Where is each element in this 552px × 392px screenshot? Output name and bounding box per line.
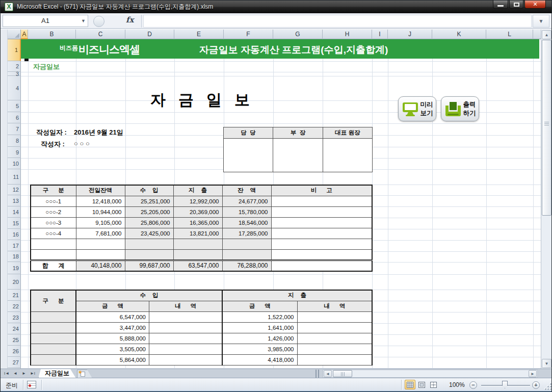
detail-header-expense-desc[interactable]: 내 역: [297, 301, 372, 311]
zoom-level[interactable]: 100%: [449, 381, 465, 388]
detail-expense-desc[interactable]: [297, 333, 372, 344]
summary-expense[interactable]: 16,365,000: [173, 217, 222, 228]
select-all-corner[interactable]: [8, 30, 21, 39]
summary-prev[interactable]: [76, 239, 125, 249]
approval-sign-cell[interactable]: [323, 139, 372, 172]
row-header-24[interactable]: 24: [8, 323, 21, 334]
cell-fill-handle[interactable]: [24, 59, 29, 61]
column-header-C[interactable]: C: [76, 30, 125, 39]
detail-income-amount[interactable]: 5,888,000: [76, 333, 149, 344]
summary-category[interactable]: [31, 239, 76, 249]
resize-grip[interactable]: [544, 383, 551, 390]
summary-note[interactable]: [271, 196, 372, 206]
detail-income-desc[interactable]: [149, 311, 223, 322]
summary-category[interactable]: [31, 249, 76, 260]
row-header-23[interactable]: 23: [8, 312, 21, 323]
formula-input[interactable]: [143, 15, 532, 28]
column-header-I[interactable]: I: [372, 30, 388, 39]
row-header-21[interactable]: 21: [8, 290, 21, 301]
summary-balance[interactable]: [222, 249, 271, 260]
summary-total-label[interactable]: 합 계: [31, 260, 76, 271]
row-header-2[interactable]: 2: [8, 61, 21, 72]
summary-note[interactable]: [271, 249, 372, 260]
detail-header-income-desc[interactable]: 내 역: [149, 301, 223, 311]
summary-note[interactable]: [271, 239, 372, 249]
row-header-25[interactable]: 25: [8, 334, 21, 346]
row-header-5[interactable]: 5: [8, 100, 21, 112]
approval-header-manager[interactable]: 부 장: [273, 127, 323, 139]
vertical-scroll-thumb[interactable]: [542, 40, 551, 216]
summary-income[interactable]: 25,205,000: [125, 206, 173, 217]
preview-button[interactable]: 미리 보기: [398, 96, 436, 121]
detail-category[interactable]: [31, 333, 76, 344]
detail-header-income-group[interactable]: 수 입: [76, 290, 222, 301]
row-header-6[interactable]: 6: [8, 112, 21, 123]
first-sheet-icon[interactable]: Ι◄: [3, 370, 11, 378]
row-header-1[interactable]: 1: [8, 39, 21, 61]
sheet-nav-link[interactable]: 자금일보: [33, 62, 60, 71]
summary-note[interactable]: [271, 206, 372, 217]
row-header-14[interactable]: 14: [8, 206, 21, 218]
column-header-G[interactable]: G: [273, 30, 323, 39]
summary-income[interactable]: [125, 249, 173, 260]
summary-prev[interactable]: 12,418,000: [76, 196, 125, 206]
scroll-left-icon[interactable]: ◄: [324, 370, 332, 377]
row-header-7[interactable]: 7: [8, 123, 21, 135]
column-header-D[interactable]: D: [125, 30, 174, 39]
row-header-4[interactable]: 4: [8, 76, 21, 100]
column-header-J[interactable]: J: [388, 30, 432, 39]
maximize-button[interactable]: [509, 1, 523, 9]
column-header-A[interactable]: A: [21, 30, 28, 39]
row-header-8[interactable]: 8: [8, 135, 21, 147]
detail-expense-desc[interactable]: [297, 322, 372, 333]
summary-expense[interactable]: 20,369,000: [173, 206, 222, 217]
row-header-16[interactable]: 16: [8, 229, 21, 240]
approval-sign-cell[interactable]: [273, 139, 323, 172]
detail-income-desc[interactable]: [149, 354, 223, 365]
print-button[interactable]: 출력 하기: [441, 96, 479, 121]
split-handle[interactable]: [93, 16, 104, 27]
detail-category[interactable]: [31, 311, 76, 322]
name-box[interactable]: A1▼: [3, 15, 88, 27]
scroll-up-icon[interactable]: ▲: [542, 30, 551, 39]
tab-scroll-splitter[interactable]: [316, 370, 319, 378]
row-header-15[interactable]: 15: [8, 218, 21, 229]
summary-balance[interactable]: 24,677,000: [222, 196, 271, 206]
summary-balance[interactable]: 18,546,000: [222, 217, 271, 228]
summary-note[interactable]: [271, 228, 372, 239]
detail-header-expense-group[interactable]: 지 출: [222, 290, 372, 301]
row-header-3[interactable]: 3: [8, 72, 21, 76]
row-header-22[interactable]: 22: [8, 301, 21, 312]
detail-header-income-amount[interactable]: 금 액: [76, 301, 149, 311]
last-sheet-icon[interactable]: ►Ι: [29, 370, 37, 378]
summary-income[interactable]: [125, 239, 173, 249]
column-header-E[interactable]: E: [174, 30, 224, 39]
row-header-12[interactable]: 12: [8, 185, 21, 195]
scroll-right-icon[interactable]: ►: [529, 370, 537, 377]
column-header-B[interactable]: B: [28, 30, 76, 39]
name-box-dropdown-icon[interactable]: ▼: [81, 15, 86, 27]
summary-balance[interactable]: 17,285,000: [222, 228, 271, 239]
detail-income-desc[interactable]: [149, 333, 223, 344]
approval-header-director[interactable]: 대표 원장: [323, 127, 372, 139]
approval-header-staff[interactable]: 담 당: [224, 127, 273, 139]
detail-expense-amount[interactable]: 1,641,000: [222, 322, 297, 333]
minimize-button[interactable]: [493, 1, 508, 9]
summary-expense[interactable]: 12,992,000: [173, 196, 222, 206]
horizontal-scroll-thumb[interactable]: [333, 370, 352, 377]
detail-category[interactable]: [31, 354, 76, 365]
detail-header-category[interactable]: 구 분: [31, 290, 76, 311]
approval-sign-cell[interactable]: [224, 139, 273, 172]
zoom-slider-thumb[interactable]: [502, 381, 508, 388]
summary-header-note[interactable]: 비 고: [271, 185, 372, 196]
summary-total-expense[interactable]: 63,547,000: [173, 260, 222, 271]
close-button[interactable]: ✕: [524, 1, 546, 9]
summary-category[interactable]: ○○○-3: [31, 217, 76, 228]
detail-income-desc[interactable]: [149, 344, 223, 354]
row-header-27[interactable]: 27: [8, 357, 21, 368]
summary-header-expense[interactable]: 지 출: [173, 185, 222, 196]
detail-income-desc[interactable]: [149, 322, 223, 333]
row-header-20[interactable]: 20: [8, 274, 21, 290]
summary-category[interactable]: ○○○-4: [31, 228, 76, 239]
row-header-13[interactable]: 13: [8, 195, 21, 206]
